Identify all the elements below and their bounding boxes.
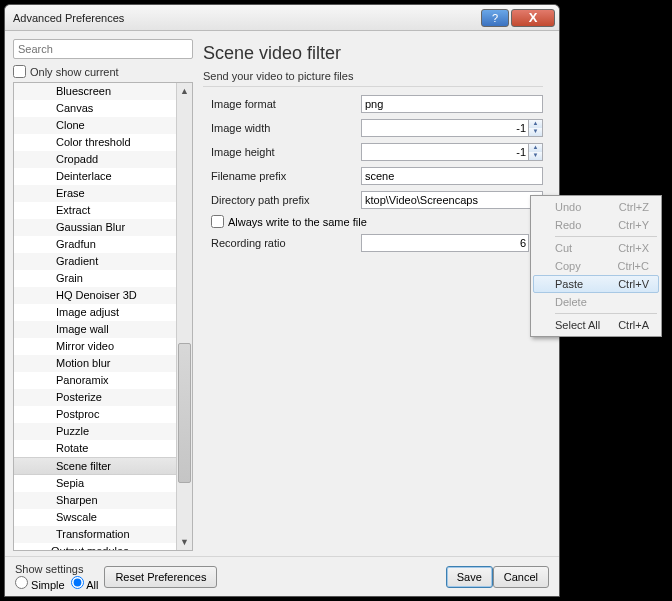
simple-radio-row[interactable]: Simple — [15, 576, 65, 591]
tree-item[interactable]: Extract — [14, 202, 176, 219]
spin-up-icon[interactable]: ▲ — [529, 120, 542, 128]
page-title: Scene video filter — [203, 43, 543, 64]
image-format-input[interactable] — [361, 95, 543, 113]
spin-down-icon[interactable]: ▼ — [529, 128, 542, 136]
spin-down-icon[interactable]: ▼ — [529, 152, 542, 160]
tree-item[interactable]: Gradfun — [14, 236, 176, 253]
tree-item[interactable]: Transformation — [14, 526, 176, 543]
context-menu[interactable]: UndoCtrl+Z RedoCtrl+Y CutCtrl+X CopyCtrl… — [530, 195, 662, 337]
ctx-undo[interactable]: UndoCtrl+Z — [533, 198, 659, 216]
tree-item[interactable]: Puzzle — [14, 423, 176, 440]
only-show-current-label: Only show current — [30, 66, 119, 78]
tree-item[interactable]: Deinterlace — [14, 168, 176, 185]
image-format-label: Image format — [211, 98, 361, 110]
tree-item[interactable]: Gaussian Blur — [14, 219, 176, 236]
reset-preferences-button[interactable]: Reset Preferences — [104, 566, 217, 588]
tree-item[interactable]: Rotate — [14, 440, 176, 457]
separator — [203, 86, 543, 87]
spin-up-icon[interactable]: ▲ — [529, 144, 542, 152]
scroll-thumb[interactable] — [178, 343, 191, 483]
ctx-cut[interactable]: CutCtrl+X — [533, 239, 659, 257]
scroll-down-icon[interactable]: ▼ — [177, 534, 192, 550]
tree-item[interactable]: Canvas — [14, 100, 176, 117]
all-radio-row[interactable]: All — [71, 576, 99, 591]
save-button[interactable]: Save — [446, 566, 493, 588]
image-width-stepper[interactable]: ▲▼ — [361, 119, 543, 137]
cancel-button[interactable]: Cancel — [493, 566, 549, 588]
tree-item[interactable]: Swscale — [14, 509, 176, 526]
help-button[interactable]: ? — [481, 9, 509, 27]
tree-item[interactable]: Clone — [14, 117, 176, 134]
ctx-delete[interactable]: Delete — [533, 293, 659, 311]
filename-prefix-input[interactable] — [361, 167, 543, 185]
recording-ratio-label: Recording ratio — [211, 237, 361, 249]
tree-item[interactable]: Erase — [14, 185, 176, 202]
tree-item[interactable]: Grain — [14, 270, 176, 287]
image-width-label: Image width — [211, 122, 361, 134]
image-height-input[interactable] — [361, 143, 529, 161]
footer: Show settings Simple All Reset Preferenc… — [5, 556, 559, 596]
ctx-paste[interactable]: PasteCtrl+V — [533, 275, 659, 293]
ctx-copy[interactable]: CopyCtrl+C — [533, 257, 659, 275]
image-height-stepper[interactable]: ▲▼ — [361, 143, 543, 161]
simple-radio[interactable] — [15, 576, 28, 589]
tree-item[interactable]: Image adjust — [14, 304, 176, 321]
tree-item[interactable]: Sharpen — [14, 492, 176, 509]
ctx-select-all[interactable]: Select AllCtrl+A — [533, 316, 659, 334]
settings-tree[interactable]: BluescreenCanvasCloneColor thresholdCrop… — [14, 83, 176, 550]
tree-item[interactable]: Output modules — [14, 543, 176, 550]
tree-scrollbar[interactable]: ▲ ▼ — [176, 83, 192, 550]
tree-item[interactable]: Mirror video — [14, 338, 176, 355]
tree-item[interactable]: HQ Denoiser 3D — [14, 287, 176, 304]
tree-item[interactable]: Image wall — [14, 321, 176, 338]
recording-ratio-stepper[interactable]: ▲▼ — [361, 234, 543, 252]
show-settings-label: Show settings — [15, 563, 98, 575]
preferences-window: Advanced Preferences ? X Only show curre… — [4, 4, 560, 597]
tree-item[interactable]: Sepia — [14, 475, 176, 492]
directory-prefix-input[interactable] — [361, 191, 543, 209]
ctx-redo[interactable]: RedoCtrl+Y — [533, 216, 659, 234]
only-show-current-checkbox[interactable] — [13, 65, 26, 78]
right-panel: Scene video filter Send your video to pi… — [203, 39, 551, 551]
titlebar[interactable]: Advanced Preferences ? X — [5, 5, 559, 31]
directory-prefix-label: Directory path prefix — [211, 194, 361, 206]
close-button[interactable]: X — [511, 9, 555, 27]
image-height-label: Image height — [211, 146, 361, 158]
all-radio[interactable] — [71, 576, 84, 589]
tree-item[interactable]: Cropadd — [14, 151, 176, 168]
tree-item[interactable]: Postproc — [14, 406, 176, 423]
always-write-label: Always write to the same file — [228, 216, 367, 228]
image-width-input[interactable] — [361, 119, 529, 137]
tree-item[interactable]: Color threshold — [14, 134, 176, 151]
tree-item[interactable]: Gradient — [14, 253, 176, 270]
page-subtitle: Send your video to picture files — [203, 70, 543, 82]
tree-item[interactable]: Scene filter — [14, 457, 176, 475]
tree-item[interactable]: Bluescreen — [14, 83, 176, 100]
ctx-separator — [555, 236, 657, 237]
ctx-separator — [555, 313, 657, 314]
tree-item[interactable]: Motion blur — [14, 355, 176, 372]
recording-ratio-input[interactable] — [361, 234, 529, 252]
filename-prefix-label: Filename prefix — [211, 170, 361, 182]
left-panel: Only show current BluescreenCanvasCloneC… — [13, 39, 193, 551]
tree-item[interactable]: Posterize — [14, 389, 176, 406]
scroll-up-icon[interactable]: ▲ — [177, 83, 192, 99]
window-title: Advanced Preferences — [13, 12, 481, 24]
search-input[interactable] — [13, 39, 193, 59]
tree-item[interactable]: Panoramix — [14, 372, 176, 389]
always-write-checkbox[interactable] — [211, 215, 224, 228]
